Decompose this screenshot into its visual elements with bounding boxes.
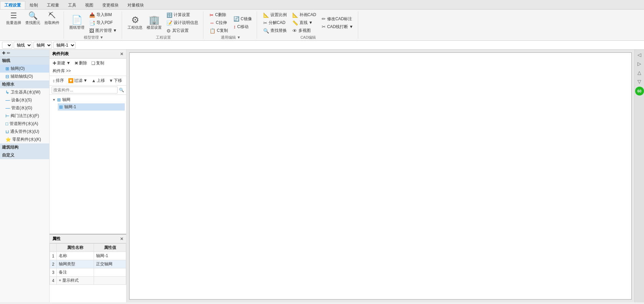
pipe-fitting-icon: □ (5, 121, 8, 126)
copy-component-btn[interactable]: ❏ 复制 (90, 60, 106, 67)
mini-btn-3[interactable]: △ (636, 69, 643, 76)
move-down-btn[interactable]: ▼ 下移 (107, 77, 124, 84)
split-cad-icon: ✂ (263, 20, 267, 26)
lib-label: 构件库 >> (53, 68, 71, 74)
equipment-label: 设备(水)(S) (11, 97, 32, 103)
tab-draw[interactable]: 绘制 (25, 1, 42, 9)
draw-cad-btn[interactable]: 📐 补画CAD (290, 11, 318, 18)
tab-view[interactable]: 视图 (81, 1, 98, 9)
import-bim-icon: 📥 (89, 12, 95, 18)
find-element-btn[interactable]: 🔍 查找图元 (24, 11, 42, 26)
c-mirror-icon: 🔄 (233, 16, 239, 22)
tree-item-axis-grid-root[interactable]: ▼ ⊞ 轴网 (51, 96, 125, 103)
breadcrumb-select-1[interactable] (2, 42, 12, 49)
left-item-aux-axis[interactable]: ⊟ 辅助轴线(O) (0, 73, 49, 80)
pick-component-icon: ⛏ (48, 12, 56, 20)
toolbar-tabs: 工程设置 绘制 工程量 工具 视图 变更模块 对量模块 (0, 0, 644, 10)
floor-settings-btn[interactable]: 🏢 楼层设置 (145, 15, 163, 31)
left-panel-edit-icon[interactable]: ✏ (7, 51, 10, 55)
tab-quantity[interactable]: 工程量 (42, 1, 64, 9)
left-item-misc[interactable]: ⭐ 零星构件(水)(K) (0, 136, 49, 143)
axis-grid-icon: ⊞ (5, 66, 9, 71)
tab-tools[interactable]: 工具 (64, 1, 81, 9)
tree-arrow: ▼ (52, 98, 56, 102)
move-up-btn[interactable]: ▲ 上移 (90, 77, 107, 84)
modify-cad-annotation-btn[interactable]: ✏ 修改CAD标注 (320, 15, 355, 23)
multiview-btn[interactable]: 👁 多视图 (290, 27, 318, 34)
c-move-btn[interactable]: ↕ C移动 (231, 23, 254, 30)
left-panel-new-icon[interactable]: ✚ (2, 51, 5, 55)
mini-btn-count[interactable]: 60 (635, 87, 644, 96)
batch-select-btn[interactable]: ☰ 批量选择 (5, 11, 23, 26)
c-delete-icon: ✂ (210, 12, 214, 18)
props-close[interactable]: ✕ (120, 237, 123, 241)
search-input[interactable] (52, 87, 118, 93)
pick-component-label: 拾取构件 (44, 20, 59, 25)
mini-btn-1[interactable]: ◁ (636, 51, 643, 59)
props-name-3: 备注 (57, 268, 94, 277)
props-row-4: 4 + 显示样式 (50, 277, 126, 285)
sort-btn[interactable]: ↕ 排序 (51, 77, 66, 84)
left-item-valve[interactable]: ⊢ 阀门法兰(水)(F) (0, 112, 49, 120)
mini-btn-4[interactable]: ▽ (636, 78, 643, 85)
project-group-label: 工程设置 (156, 35, 171, 40)
import-pdf-btn[interactable]: 📑 导入PDF (87, 19, 119, 26)
split-cad-btn[interactable]: ✂ 分解CAD (261, 19, 289, 26)
breadcrumb-select-2[interactable]: 轴线 (14, 42, 32, 49)
import-bim-btn[interactable]: 📥 导入BIM (87, 11, 119, 18)
left-item-equipment[interactable]: — 设备(水)(S) (0, 96, 49, 104)
drawing-manage-btn[interactable]: 📄 图纸管理 (68, 15, 86, 31)
c-stretch-icon: ↔ (210, 20, 214, 26)
c-delete-label: C删除 (215, 12, 226, 18)
tab-project-settings[interactable]: 工程设置 (0, 1, 25, 9)
c-move-label: C移动 (237, 24, 249, 30)
c-mirror-btn[interactable]: 🔄 C镜像 (231, 15, 254, 23)
c-stretch-btn[interactable]: ↔ C拉伸 (207, 19, 230, 26)
left-item-connector[interactable]: ⊔ 通头管件(水)(U) (0, 128, 49, 136)
properties-panel: 属性 ✕ 属性名称 属性值 1 名称 轴网-1 (50, 234, 126, 302)
modify-cad-annotation-icon: ✏ (322, 16, 326, 22)
left-item-pipe-fitting[interactable]: □ 管道附件(水)(A) (0, 120, 49, 128)
search-icon[interactable]: 🔍 (119, 88, 124, 92)
project-info-btn[interactable]: ⚙ 工程信息 (126, 15, 144, 31)
cad-line-break-icon: ✂ (322, 24, 326, 29)
other-settings-btn[interactable]: ⚙ 其它设置 (164, 27, 200, 34)
delete-component-btn[interactable]: ✖ 删除 (73, 60, 89, 67)
cad-line-break-btn[interactable]: ✂ CAD线打断 ▼ (320, 23, 355, 30)
cad-edit-label: CAD编辑 (300, 35, 316, 40)
mini-btn-2[interactable]: ▷ (636, 60, 643, 67)
design-desc-btn[interactable]: 📝 设计说明信息 (164, 19, 200, 26)
component-lib-btn[interactable]: 构件库 >> (51, 67, 72, 75)
project-info-label: 工程信息 (128, 25, 143, 30)
pipe-fitting-label: 管道附件(水)(A) (10, 121, 38, 127)
left-item-axis-grid[interactable]: ⊞ 轴网(O) (0, 65, 49, 73)
set-scale-btn[interactable]: 📐 设置比例 (261, 11, 289, 18)
pick-component-btn[interactable]: ⛏ 拾取构件 (43, 11, 61, 26)
c-copy-btn[interactable]: 📋 C复制 (207, 27, 230, 34)
line-btn[interactable]: 📏 直线 ▼ (290, 19, 318, 26)
canvas-area (126, 50, 634, 302)
image-manage-btn[interactable]: 🖼 图片管理 ▼ (87, 27, 119, 34)
set-scale-icon: 📐 (263, 12, 269, 18)
c-delete-btn[interactable]: ✂ C删除 (207, 11, 230, 18)
breadcrumb-select-3[interactable]: 轴网 (33, 42, 52, 49)
component-list-close[interactable]: ✕ (120, 52, 123, 56)
tree-root-label: 轴网 (62, 97, 70, 103)
c-stretch-label: C拉伸 (216, 20, 227, 26)
left-item-pipe[interactable]: — 管道(水)(G) (0, 104, 49, 112)
left-item-sanitary[interactable]: ↳ 卫生器具(水)(W) (0, 88, 49, 96)
tab-change-module[interactable]: 变更模块 (98, 1, 123, 9)
find-replace-btn[interactable]: 🔍 查找替换 (261, 27, 289, 34)
tree-item-axis-1[interactable]: ⊞ 轴网-1 (58, 103, 125, 111)
sort-icon: ↕ (53, 78, 55, 83)
multiview-icon: 👁 (292, 28, 297, 34)
right-mini-toolbar: ◁ ▷ △ ▽ 60 (634, 50, 644, 302)
props-value-1: 轴网-1 (94, 252, 126, 260)
filter-btn[interactable]: 🔽 过滤 ▼ (66, 77, 89, 84)
toolbar-group-model: 📄 图纸管理 📥 导入BIM 📑 导入PDF 🖼 图片管理 ▼ (65, 11, 122, 39)
drawing-manage-icon: 📄 (71, 15, 82, 24)
new-component-btn[interactable]: ✚ 新建 ▼ (51, 60, 72, 67)
tab-measure-module[interactable]: 对量模块 (123, 1, 148, 9)
calc-settings-btn[interactable]: 🔢 计算设置 (164, 11, 200, 18)
breadcrumb-select-4[interactable]: 轴网-1 (53, 42, 76, 49)
